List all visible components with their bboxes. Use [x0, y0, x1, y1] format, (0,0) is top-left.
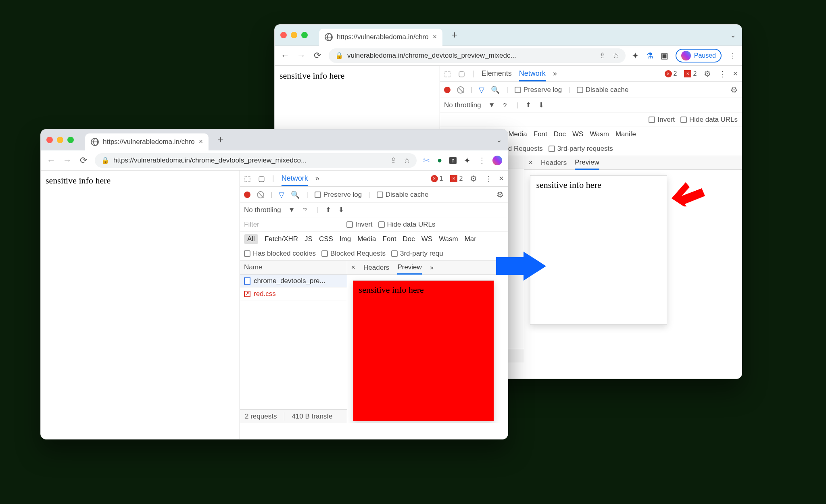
tabs-overflow-icon[interactable]: ⌄ [496, 135, 502, 144]
preserve-log-checkbox[interactable]: Preserve log [315, 191, 362, 199]
search-icon[interactable]: 🔍 [491, 85, 500, 94]
filter-icon[interactable]: ▽ [479, 85, 484, 94]
error-count[interactable]: ×2 [665, 70, 677, 77]
tab-network[interactable]: Network [519, 69, 546, 81]
type-filter[interactable]: Font [534, 130, 547, 138]
tab-network[interactable]: Network [282, 174, 308, 186]
minimize-window-icon[interactable] [57, 137, 63, 143]
tab-headers[interactable]: Headers [541, 159, 567, 167]
back-button[interactable]: ← [46, 155, 56, 166]
tab-elements[interactable]: Elements [482, 69, 512, 78]
address-bar[interactable]: 🔒 vulnerabledoma.in/chrome_devtools_prev… [329, 48, 626, 63]
network-settings-icon[interactable]: ⚙ [730, 85, 738, 95]
chevron-down-icon[interactable]: ▼ [288, 206, 295, 214]
share-icon[interactable]: ⇪ [390, 156, 396, 165]
back-button[interactable]: ← [280, 50, 290, 61]
blocked-cookies-checkbox[interactable]: Has blocked cookies [244, 250, 316, 258]
disable-cache-checkbox[interactable]: Disable cache [577, 86, 629, 94]
type-filter[interactable]: Doc [554, 130, 566, 138]
overflow-icon[interactable]: » [315, 174, 319, 183]
wifi-icon[interactable]: ᯤ [503, 101, 509, 109]
close-detail-icon[interactable]: × [528, 158, 533, 167]
third-party-checkbox[interactable]: 3rd-party requ [391, 250, 443, 258]
type-filter[interactable]: Manife [615, 130, 636, 138]
flask-icon[interactable]: ⚗ [646, 51, 653, 60]
type-filter[interactable]: Wasm [590, 130, 609, 138]
settings-icon[interactable]: ⚙ [704, 69, 711, 79]
avatar-icon[interactable] [492, 156, 502, 165]
filter-input[interactable]: Filter [244, 221, 341, 229]
type-filter-all[interactable]: All [244, 234, 258, 244]
chevron-down-icon[interactable]: ▼ [488, 101, 495, 109]
record-icon[interactable] [244, 192, 250, 198]
filter-icon[interactable]: ▽ [279, 190, 284, 199]
menu-button[interactable]: ⋮ [478, 156, 485, 165]
tabs-overflow-icon[interactable]: ⌄ [730, 31, 736, 40]
type-filter[interactable]: Mar [465, 235, 476, 243]
browser-tab[interactable]: https://vulnerabledoma.in/chro × [319, 29, 442, 46]
star-icon[interactable]: ☆ [613, 51, 619, 60]
type-filter[interactable]: Img [340, 235, 351, 243]
new-tab-button[interactable]: + [451, 29, 457, 41]
tab-headers[interactable]: Headers [363, 264, 389, 272]
devtools-menu-icon[interactable]: ⋮ [484, 174, 492, 183]
extensions-icon[interactable]: ✦ [464, 156, 471, 165]
network-settings-icon[interactable]: ⚙ [496, 190, 504, 200]
close-tab-icon[interactable]: × [433, 33, 437, 41]
browser-tab[interactable]: https://vulnerabledoma.in/chro × [85, 133, 209, 150]
reload-button[interactable]: ⟳ [313, 50, 322, 61]
blocked-requests-checkbox[interactable]: Blocked Requests [321, 250, 386, 258]
close-window-icon[interactable] [280, 32, 287, 38]
type-filter[interactable]: Wasm [439, 235, 458, 243]
star-icon[interactable]: ☆ [404, 156, 410, 165]
issue-count[interactable]: ×2 [684, 70, 697, 77]
type-filter[interactable]: WS [421, 235, 432, 243]
share-icon[interactable]: ⇪ [599, 51, 605, 60]
issue-count[interactable]: ×2 [450, 175, 463, 182]
maximize-window-icon[interactable] [67, 137, 74, 143]
close-devtools-icon[interactable]: × [499, 174, 504, 183]
upload-icon[interactable]: ⬆ [325, 206, 331, 214]
download-icon[interactable]: ⬇ [338, 206, 344, 214]
device-icon[interactable]: ▢ [458, 69, 465, 78]
column-header-name[interactable]: Name [240, 261, 347, 275]
hide-urls-checkbox[interactable]: Hide data URLs [680, 116, 738, 124]
type-filter[interactable]: Media [508, 130, 527, 138]
reload-button[interactable]: ⟳ [79, 155, 88, 166]
tab-preview[interactable]: Preview [575, 158, 599, 170]
inspect-icon[interactable]: ⬚ [444, 69, 451, 78]
settings-icon[interactable]: ⚙ [470, 174, 477, 183]
overflow-icon[interactable]: » [430, 264, 434, 272]
minimize-window-icon[interactable] [291, 32, 297, 38]
new-tab-button[interactable]: + [217, 133, 223, 146]
disable-cache-checkbox[interactable]: Disable cache [377, 191, 429, 199]
overflow-icon[interactable]: » [553, 69, 557, 78]
inspect-icon[interactable]: ⬚ [244, 174, 251, 183]
menu-button[interactable]: ⋮ [729, 51, 736, 60]
tab-preview[interactable]: Preview [397, 263, 421, 275]
ext2-icon[interactable]: n [449, 157, 457, 164]
record-icon[interactable] [444, 87, 451, 93]
preserve-log-checkbox[interactable]: Preserve log [515, 86, 562, 94]
device-icon[interactable]: ▢ [258, 174, 265, 183]
error-count[interactable]: ×1 [431, 175, 443, 182]
profile-paused-chip[interactable]: Paused [676, 49, 722, 62]
forward-button[interactable]: → [63, 155, 72, 166]
forward-button[interactable]: → [296, 50, 306, 61]
maximize-window-icon[interactable] [301, 32, 308, 38]
clear-icon[interactable] [457, 86, 464, 94]
address-bar[interactable]: 🔒 https://vulnerabledoma.in/chrome_devto… [95, 153, 417, 168]
invert-checkbox[interactable]: Invert [346, 221, 373, 229]
download-icon[interactable]: ⬇ [538, 101, 544, 109]
close-devtools-icon[interactable]: × [733, 69, 738, 78]
type-filter[interactable]: Doc [403, 235, 415, 243]
invert-checkbox[interactable]: Invert [649, 116, 675, 124]
close-window-icon[interactable] [46, 137, 53, 143]
type-filter[interactable]: CSS [319, 235, 333, 243]
devtools-menu-icon[interactable]: ⋮ [718, 69, 726, 79]
type-filter[interactable]: Font [383, 235, 396, 243]
request-row[interactable]: red.css [240, 287, 347, 300]
search-icon[interactable]: 🔍 [291, 190, 300, 199]
throttle-select[interactable]: No throttling [244, 206, 281, 214]
clear-icon[interactable] [257, 191, 264, 198]
